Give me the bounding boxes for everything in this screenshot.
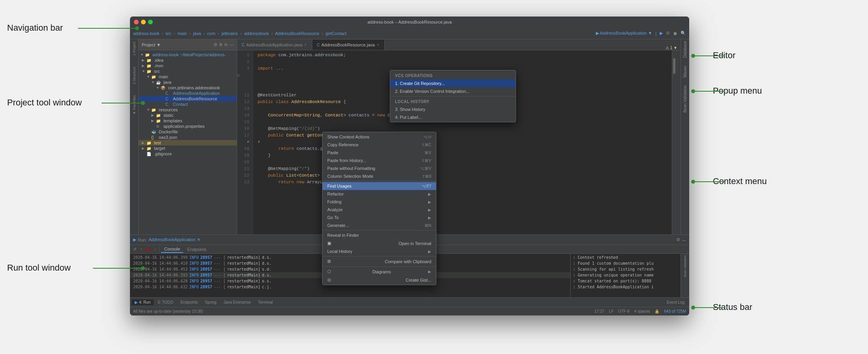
vcs-item-create-git[interactable]: 1. Create Git Repository... [390,79,516,87]
tree-mvn[interactable]: ▶ 📁 .mvn [139,63,237,68]
spring-tab[interactable]: Spring [202,299,220,305]
tree-java[interactable]: ▼ ☕ java [139,79,237,85]
ctx-sep-3 [323,256,436,256]
ctx-create-gist[interactable]: ◎ Create Gist... [323,276,436,284]
ctx-refactor[interactable]: Refactor ▶ [323,190,436,198]
todo-tab[interactable]: 6: TODO [154,299,176,305]
ctx-reveal-finder[interactable]: Reveal in Finder [323,231,436,239]
tree-contact[interactable]: C Contact [139,101,237,107]
run-app-label[interactable]: AddressBookApplication ✕ [148,237,200,242]
status-encoding[interactable]: UTF-8 [618,309,629,313]
project-collapse-icon[interactable]: ⊖ [224,42,228,47]
ctx-paste[interactable]: Paste ⌘V [323,149,436,157]
run-down-icon[interactable]: ↓ [152,246,158,252]
nav-addressbookresource[interactable]: AddressBookResource [275,31,319,36]
close-button[interactable] [134,20,139,24]
nav-address-book[interactable]: address-book [133,31,160,36]
nav-com[interactable]: com [207,31,215,36]
tree-app-properties[interactable]: ⚙ application.properties [139,124,237,129]
svg-point-8 [691,89,695,93]
tree-target[interactable]: ▶ 📁 target [139,146,237,151]
ctx-compare-clipboard[interactable]: ⊞ Compare with Clipboard [323,257,436,266]
project-expand-icon[interactable]: ⊕ [219,42,223,47]
maven-panel-label[interactable]: Maven [683,66,687,77]
run-restart-icon[interactable]: ↺ [132,246,138,252]
run-minus-icon[interactable]: — [682,238,686,242]
nav-getcontact[interactable]: getContact [326,31,347,36]
structure-tab-label[interactable]: 2 Structure [132,67,136,84]
nav-java[interactable]: java [193,31,201,36]
vcs-section-header: VCS Operations [390,71,516,79]
ctx-analyze[interactable]: Analyze ▶ [323,206,436,214]
nav-debug-btn[interactable]: ⚙ [666,31,670,36]
bean-validation-label[interactable]: Bean Validation [683,255,687,277]
tree-templates[interactable]: ▶ 📁 templates [139,118,237,124]
scrollbar-thumb[interactable] [673,58,675,74]
tree-addressbookresource[interactable]: C AddressBookResource [139,96,237,101]
nav-main[interactable]: main [178,31,187,36]
run-tab-console-2[interactable]: Console [161,246,183,253]
tree-package[interactable]: ▼ 📦 com.jetbrains.addressbook [139,85,237,90]
ctx-goto[interactable]: Go To ▶ [323,214,436,221]
run-up-icon[interactable]: ↑ [139,246,144,252]
annotation-context-menu: Context menu [713,176,767,186]
tree-idea[interactable]: ▶ 📁 .idea [139,57,237,63]
tree-resources[interactable]: ▼ 📁 resources [139,107,237,112]
ctx-paste-history[interactable]: Paste from History... ⇧⌘V [323,157,436,164]
database-panel-label[interactable]: Database [683,41,687,58]
tab-addressbookapplication[interactable]: C AddressBookApplication.java ✕ [237,40,312,50]
project-close-icon[interactable]: — [229,42,234,47]
ctx-diagrams[interactable]: ⬡ Diagrams ▶ [323,267,436,276]
nav-run-btn[interactable]: ▶ [660,31,663,36]
nav-stop-btn[interactable]: ⏹ [673,31,677,36]
run-stop-button[interactable]: ⏹ [145,246,152,252]
nav-addressbook[interactable]: addressbook [244,31,269,36]
ctx-local-history[interactable]: Local History ▶ [323,247,436,255]
tree-main[interactable]: ▼ 📁 main [139,74,237,79]
tab-close-addressbookresource[interactable]: ✕ [377,43,380,47]
status-bar: All files are up-to-date (yesterday 15:3… [130,307,689,315]
ctx-paste-no-format[interactable]: Paste without Formatting ⌥⌘V [323,164,436,172]
tab-close-addressbookapplication[interactable]: ✕ [304,43,307,47]
vcs-item-put-label[interactable]: 4. Put Label... [390,113,516,121]
favorites-tab-label[interactable]: ★ Favorites [132,95,136,115]
maximize-button[interactable] [148,20,153,24]
run-tab-bottom[interactable]: ▶ 4: Run [132,299,154,305]
tree-src[interactable]: ▼ 📁 src [139,68,237,74]
tree-static[interactable]: ▶ 📁 static [139,112,237,118]
nav-search-btn[interactable]: 🔍 [681,31,686,36]
tree-gitignore[interactable]: 📄 .gitignore [139,151,237,157]
tab-addressbookresource[interactable]: C AddressBookResource.java ✕ [312,40,385,50]
event-log-link[interactable]: Event Log [664,300,688,304]
bean-validation-panel-label[interactable]: Bean Validation [683,85,687,112]
vcs-item-show-history[interactable]: 3. Show History [390,105,516,113]
status-memory[interactable]: 643 of 725M [664,309,686,313]
ctx-folding[interactable]: Folding ▶ [323,198,436,206]
ctx-show-context-actions[interactable]: Show Context Actions ⌥⏎ [323,133,436,141]
status-message: All files are up-to-date (yesterday 15:3… [133,309,203,313]
project-tab-label[interactable]: 1 Project [132,42,136,56]
ctx-generate[interactable]: Generate... ⌘N [323,221,436,229]
nav-addressbookapplication-run[interactable]: ▶ AddressBookApplication ▼ [596,31,653,36]
tree-dockerfile[interactable]: 🐳 Dockerfile [139,129,237,135]
java-enterprise-tab[interactable]: Java Enterprise [221,299,254,305]
ctx-find-usages[interactable]: Find Usages ⌥F7 [323,182,436,190]
status-indent[interactable]: 4 spaces [634,309,650,313]
project-gear-icon[interactable]: ⚙ [213,42,217,47]
minimize-button[interactable] [141,20,146,24]
run-gear-icon[interactable]: ⚙ [676,237,680,242]
ctx-column-selection[interactable]: Column Selection Mode ⇧⌘8 [323,172,436,180]
status-position[interactable]: 17:27 [594,309,604,313]
terminal-tab[interactable]: Terminal [255,299,276,305]
tree-addressbookapplication[interactable]: C AddressBookApplication [139,90,237,96]
tree-oas3[interactable]: {} oas3.json [139,135,237,140]
ctx-open-terminal[interactable]: ▣ Open in Terminal [323,239,436,247]
tree-root[interactable]: ▼ 📁 address-book ~/IdeaProjects/address- [139,52,237,57]
ctx-copy-reference[interactable]: Copy Reference ⇧⌘C [323,141,436,149]
nav-jetbrains[interactable]: jetbrains [222,31,238,36]
vcs-item-enable-vcs[interactable]: 2. Enable Version Control Integration... [390,87,516,95]
run-tab-endpoints-2[interactable]: Endpoints [184,246,210,253]
tree-test[interactable]: ▶ 📁 test [139,140,237,146]
nav-src[interactable]: src [165,31,171,36]
endpoints-tab[interactable]: Endpoints [177,299,201,305]
